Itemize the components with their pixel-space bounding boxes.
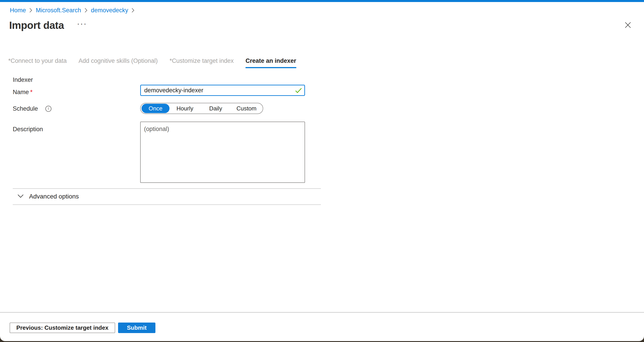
wizard-tabs: *Connect to your data Add cognitive skil…: [8, 58, 296, 68]
advanced-options-label: Advanced options: [29, 193, 79, 200]
schedule-option-once[interactable]: Once: [142, 104, 170, 113]
required-asterisk: *: [30, 89, 33, 96]
more-menu-icon[interactable]: ···: [77, 20, 87, 28]
close-icon[interactable]: [624, 21, 632, 29]
tab-create-an-indexer[interactable]: Create an indexer: [246, 58, 296, 68]
schedule-field-label: Schedule i: [13, 105, 52, 112]
schedule-option-hourly[interactable]: Hourly: [170, 105, 200, 112]
advanced-options-toggle[interactable]: Advanced options: [18, 193, 79, 200]
submit-button[interactable]: Submit: [118, 322, 156, 333]
tab-add-cognitive-skills[interactable]: Add cognitive skills (Optional): [78, 58, 158, 68]
breadcrumb-link-home[interactable]: Home: [10, 7, 26, 14]
chevron-down-icon: [18, 194, 24, 199]
chevron-right-icon: [29, 8, 32, 13]
tab-customize-target-index[interactable]: *Customize target index: [170, 58, 234, 68]
import-data-panel: Home Microsoft.Search demovedecky Import…: [0, 0, 644, 341]
portal-top-accent-bar: [0, 0, 644, 2]
description-textarea[interactable]: [140, 122, 305, 183]
indexer-section-label: Indexer: [13, 76, 33, 84]
footer-divider: [0, 312, 644, 313]
previous-step-button[interactable]: Previous: Customize target index: [10, 322, 115, 333]
name-field-label: Name*: [13, 88, 33, 96]
tab-connect-to-your-data[interactable]: *Connect to your data: [8, 58, 67, 68]
schedule-option-daily[interactable]: Daily: [200, 105, 231, 112]
breadcrumb: Home Microsoft.Search demovedecky: [10, 7, 134, 14]
page-title: Import data: [9, 19, 64, 31]
description-field-label: Description: [13, 126, 43, 133]
chevron-right-icon: [84, 8, 88, 13]
breadcrumb-link-resource[interactable]: demovedecky: [91, 7, 128, 14]
schedule-toggle-group: Once Hourly Daily Custom: [140, 103, 263, 114]
info-icon[interactable]: i: [46, 106, 52, 112]
indexer-name-input[interactable]: [140, 85, 305, 96]
breadcrumb-link-service[interactable]: Microsoft.Search: [36, 7, 81, 14]
divider: [13, 204, 321, 205]
indexer-name-field-wrap: [140, 85, 305, 96]
divider: [13, 188, 321, 189]
schedule-option-custom[interactable]: Custom: [231, 105, 262, 112]
valid-check-icon: [295, 88, 302, 94]
chevron-right-icon: [132, 8, 134, 13]
